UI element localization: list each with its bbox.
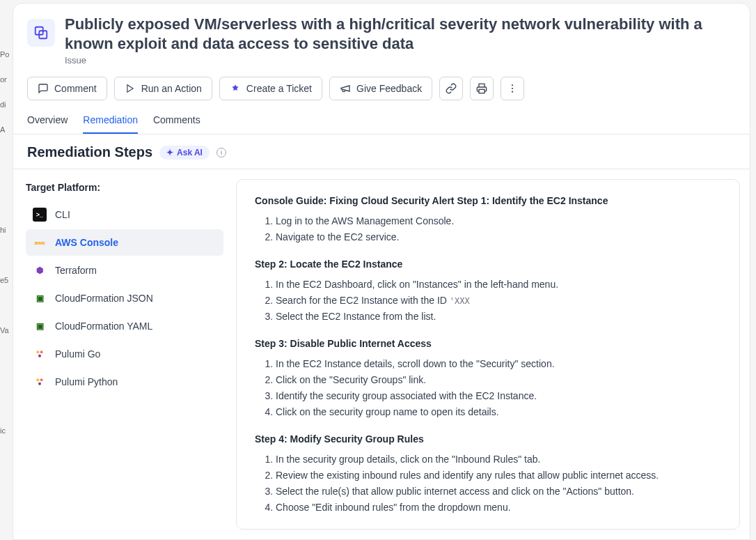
platform-cf-json-label: CloudFormation JSON	[55, 293, 153, 304]
platform-pulumi-python[interactable]: Pulumi Python	[26, 369, 223, 395]
step3-title: Step 3: Disable Public Internet Access	[255, 337, 721, 351]
platform-cli-label: CLI	[55, 209, 70, 220]
run-action-button[interactable]: Run an Action	[114, 77, 212, 100]
cloudformation-icon: ▣	[33, 291, 47, 305]
svg-point-11	[40, 378, 43, 381]
copy-link-button[interactable]	[439, 77, 463, 100]
aws-icon: aws	[33, 236, 47, 249]
kebab-icon	[507, 83, 518, 94]
terraform-icon: ⬢	[33, 263, 47, 277]
platform-cli[interactable]: >_ CLI	[26, 201, 223, 228]
tab-overview[interactable]: Overview	[27, 109, 68, 134]
step1-list: Log in to the AWS Management Console. Na…	[255, 214, 721, 245]
platform-cf-yaml-label: CloudFormation YAML	[55, 321, 152, 332]
svg-point-9	[38, 355, 41, 357]
remediation-guide[interactable]: Console Guide: Fixing Cloud Security Ale…	[236, 179, 740, 530]
run-action-button-label: Run an Action	[141, 83, 202, 94]
tab-comments[interactable]: Comments	[153, 109, 200, 134]
platform-label: Target Platform:	[26, 182, 223, 193]
print-button[interactable]	[470, 77, 494, 100]
list-item: Click on the security group name to open…	[276, 405, 721, 419]
step2-list: In the EC2 Dashboard, click on "Instance…	[255, 277, 721, 324]
comment-icon	[38, 83, 49, 94]
instance-id-code: 'XXX	[450, 296, 470, 306]
platform-cloudformation-yaml[interactable]: ▣ CloudFormation YAML	[26, 313, 223, 339]
list-item: Navigate to the EC2 service.	[276, 230, 721, 245]
step4-title: Step 4: Modify Security Group Rules	[255, 432, 721, 447]
platform-aws-label: AWS Console	[55, 237, 118, 248]
issue-title: Publicly exposed VM/serverless with a hi…	[65, 15, 736, 53]
platform-pulumi-python-label: Pulumi Python	[55, 376, 118, 387]
pulumi-icon	[33, 375, 47, 389]
ask-ai-button[interactable]: ✦ Ask AI	[159, 146, 210, 160]
terminal-icon: >_	[33, 208, 47, 222]
sparkle-icon: ✦	[166, 148, 173, 157]
step2-title: Step 2: Locate the EC2 Instance	[255, 257, 721, 272]
step3-list: In the EC2 Instance details, scroll down…	[255, 357, 721, 419]
svg-point-4	[512, 84, 513, 86]
svg-point-7	[36, 350, 39, 353]
platform-pulumi-go[interactable]: Pulumi Go	[26, 341, 223, 367]
play-icon	[125, 83, 136, 94]
list-item: Identify the security group associated w…	[276, 389, 721, 403]
megaphone-icon	[340, 83, 351, 94]
guide-title: Console Guide: Fixing Cloud Security Ale…	[255, 194, 721, 208]
svg-point-6	[512, 91, 513, 93]
cloudformation-icon: ▣	[33, 319, 47, 333]
platform-cloudformation-json[interactable]: ▣ CloudFormation JSON	[26, 285, 223, 311]
svg-point-8	[40, 350, 43, 353]
link-icon	[446, 83, 457, 94]
step4-list: In the security group details, click on …	[255, 452, 721, 515]
platform-sidebar: Target Platform: >_ CLI aws AWS Console …	[13, 169, 236, 539]
ticket-icon	[230, 83, 241, 94]
list-item: Click on the "Security Groups" link.	[276, 373, 721, 387]
svg-point-10	[36, 378, 39, 381]
svg-point-12	[38, 383, 41, 385]
remediation-title: Remediation Steps	[27, 144, 152, 160]
list-item: Search for the EC2 Instance with the ID …	[276, 293, 721, 308]
svg-point-5	[512, 88, 513, 89]
list-item: In the EC2 Dashboard, click on "Instance…	[276, 277, 721, 292]
list-item: In the security group details, click on …	[276, 452, 721, 467]
comment-button-label: Comment	[54, 83, 97, 94]
ask-ai-label: Ask AI	[177, 148, 203, 157]
list-item: Log in to the AWS Management Console.	[276, 214, 721, 229]
detail-tabs: Overview Remediation Comments	[13, 109, 750, 134]
modal-header: Publicly exposed VM/serverless with a hi…	[13, 3, 750, 71]
list-item: In the EC2 Instance details, scroll down…	[276, 357, 721, 371]
comment-button[interactable]: Comment	[27, 77, 107, 100]
platform-pulumi-go-label: Pulumi Go	[55, 348, 100, 360]
step5-title: Step 5: Remove Public Internet Access Ru…	[255, 527, 721, 530]
create-ticket-button-label: Create a Ticket	[246, 83, 312, 94]
svg-marker-2	[127, 85, 133, 93]
list-item: Select the EC2 Instance from the list.	[276, 309, 721, 324]
background-cut-text: Po or di A hi e5 Va ic	[0, 0, 13, 540]
issue-type-icon	[27, 19, 55, 47]
action-toolbar: Comment Run an Action Create a Ticket Gi…	[13, 71, 750, 109]
remediation-header: Remediation Steps ✦ Ask AI i	[13, 134, 750, 169]
create-ticket-button[interactable]: Create a Ticket	[219, 77, 322, 100]
platform-aws-console[interactable]: aws AWS Console	[26, 229, 223, 256]
list-item: Review the existing inbound rules and id…	[276, 468, 721, 483]
svg-rect-3	[479, 89, 485, 93]
list-item: Select the rule(s) that allow public int…	[276, 484, 721, 499]
info-icon[interactable]: i	[216, 148, 226, 157]
issue-detail-modal: Publicly exposed VM/serverless with a hi…	[13, 3, 750, 540]
give-feedback-button[interactable]: Give Feedback	[329, 77, 432, 100]
list-item: Choose "Edit inbound rules" from the dro…	[276, 500, 721, 515]
issue-type-label: Issue	[65, 55, 736, 65]
platform-terraform[interactable]: ⬢ Terraform	[26, 257, 223, 284]
pulumi-icon	[33, 347, 47, 361]
more-actions-button[interactable]	[501, 77, 524, 100]
give-feedback-button-label: Give Feedback	[356, 83, 422, 94]
tab-remediation[interactable]: Remediation	[83, 109, 138, 134]
print-icon	[476, 83, 487, 94]
platform-terraform-label: Terraform	[55, 265, 97, 276]
